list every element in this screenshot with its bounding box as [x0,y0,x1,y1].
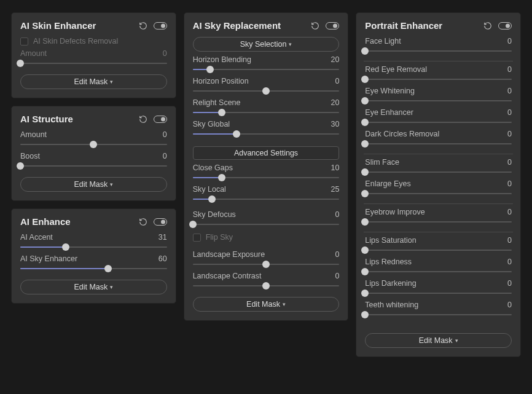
slider-red-eye-removal[interactable]: Red Eye Removal0 [365,65,512,83]
chevron-down-icon: ▾ [110,285,113,290]
slider-relight-scene[interactable]: Relight Scene20 [193,98,340,116]
checkbox-label: Flip Sky [206,233,233,242]
panel-title: AI Structure [20,114,139,124]
button-label: Advanced Settings [234,149,298,157]
slider-label: AI Accent [20,233,53,242]
slider-eye-enhancer[interactable]: Eye Enhancer0 [365,108,512,126]
slider-landscape-contrast[interactable]: Landscape Contrast0 [193,272,340,290]
slider-label: Red Eye Removal [365,65,427,74]
chevron-down-icon: ▾ [110,79,113,85]
slider-label: Boost [20,152,40,160]
slider-label: Slim Face [365,158,399,167]
slider-sky-global[interactable]: Sky Global30 [193,120,340,138]
sky-selection-button[interactable]: Sky Selection▾ [193,37,340,52]
button-label: Edit Mask [246,300,280,309]
slider-value: 0 [507,65,512,74]
slider-label: Lips Darkening [365,279,416,288]
slider-label: Sky Global [193,120,230,128]
checkbox-skin-defects[interactable]: AI Skin Defects Removal [20,37,167,45]
svg-point-7 [333,23,337,28]
panel-portrait-enhancer: Portrait Enhancer Face Light0 Red Eye Re… [356,12,521,357]
slider-lips-saturation[interactable]: Lips Saturation0 [365,236,512,254]
slider-slim-face[interactable]: Slim Face0 [365,158,512,176]
slider-value: 25 [331,185,339,194]
undo-icon[interactable] [139,22,147,30]
chevron-down-icon: ▾ [455,338,458,344]
slider-amount[interactable]: Amount0 [20,49,167,67]
slider-horizon-position[interactable]: Horizon Position0 [193,77,340,95]
slider-label: Teeth whitening [365,301,418,309]
slider-lips-darkening[interactable]: Lips Darkening0 [365,279,512,297]
slider-label: Eye Whitening [365,87,415,95]
slider-close-gaps[interactable]: Close Gaps10 [193,164,340,181]
slider-label: Lips Saturation [365,236,416,245]
slider-lips-redness[interactable]: Lips Redness0 [365,258,512,275]
advanced-settings-button[interactable]: Advanced Settings [193,146,340,160]
panel-header: Portrait Enhancer [365,20,512,31]
slider-label: Eyebrow Improve [365,208,424,216]
slider-label: Landscape Exposure [193,250,265,259]
svg-point-5 [161,219,165,224]
toggle-icon[interactable] [154,22,167,30]
checkbox-flip-sky[interactable]: Flip Sky [193,233,340,242]
slider-ai-accent[interactable]: AI Accent31 [20,233,167,251]
panel-header: AI Skin Enhancer [20,20,167,31]
toggle-icon[interactable] [498,22,512,30]
slider-label: Sky Defocus [193,210,236,219]
edit-mask-button[interactable]: Edit Mask▾ [20,280,167,294]
slider-value: 0 [507,258,512,266]
slider-dark-circles-removal[interactable]: Dark Circles Removal0 [365,130,512,148]
slider-sky-defocus[interactable]: Sky Defocus0 [193,210,340,228]
slider-face-light[interactable]: Face Light0 [365,37,512,55]
svg-point-9 [506,23,510,28]
toggle-icon[interactable] [154,116,167,123]
slider-value: 0 [163,130,167,139]
slider-value: 31 [158,233,167,242]
slider-value: 20 [331,55,339,64]
button-label: Edit Mask [74,77,108,86]
slider-eye-whitening[interactable]: Eye Whitening0 [365,87,512,104]
slider-eyebrow-improve[interactable]: Eyebrow Improve0 [365,208,512,226]
button-label: Sky Selection [240,40,287,49]
header-icons [483,22,512,30]
slider-horizon-blending[interactable]: Horizon Blending20 [193,55,340,73]
chevron-down-icon: ▾ [289,42,292,47]
slider-value: 0 [507,158,512,167]
checkbox-icon [20,37,28,45]
svg-point-1 [161,23,165,28]
chevron-down-icon: ▾ [110,182,113,187]
undo-icon[interactable] [139,115,147,124]
slider-label: Horizon Position [193,77,249,85]
slider-label: Face Light [365,37,401,45]
undo-icon[interactable] [311,22,319,30]
slider-landscape-exposure[interactable]: Landscape Exposure0 [193,250,340,268]
slider-boost[interactable]: Boost0 [20,152,167,170]
column-2: AI Sky Replacement Sky Selection▾ Horizo… [184,12,349,321]
divider [364,203,513,204]
edit-mask-button[interactable]: Edit Mask▾ [365,333,512,348]
panel-ai-structure: AI Structure Amount0 Boost0 Edit Mask▾ [11,106,176,201]
slider-value: 0 [163,49,167,58]
slider-label: Amount [20,130,47,139]
slider-label: Landscape Contrast [193,272,262,280]
edit-mask-button[interactable]: Edit Mask▾ [193,297,340,312]
toggle-icon[interactable] [326,22,339,30]
slider-value: 30 [331,120,339,128]
column-1: AI Skin Enhancer AI Skin Defects Removal… [11,12,176,304]
divider [364,61,513,61]
slider-teeth-whitening[interactable]: Teeth whitening0 [365,301,512,318]
slider-ai-sky-enhancer[interactable]: AI Sky Enhancer60 [20,254,167,272]
edit-mask-button[interactable]: Edit Mask▾ [20,74,167,89]
slider-value: 0 [507,108,512,117]
slider-sky-local[interactable]: Sky Local25 [193,185,340,203]
undo-icon[interactable] [139,218,147,226]
panel-title: AI Enhance [20,216,139,227]
slider-value: 0 [507,37,512,45]
undo-icon[interactable] [483,22,492,30]
edit-mask-button[interactable]: Edit Mask▾ [20,177,167,192]
slider-enlarge-eyes[interactable]: Enlarge Eyes0 [365,179,512,197]
slider-value: 0 [507,236,512,245]
slider-value: 0 [163,152,167,160]
slider-amount[interactable]: Amount0 [20,130,167,148]
toggle-icon[interactable] [154,218,167,226]
